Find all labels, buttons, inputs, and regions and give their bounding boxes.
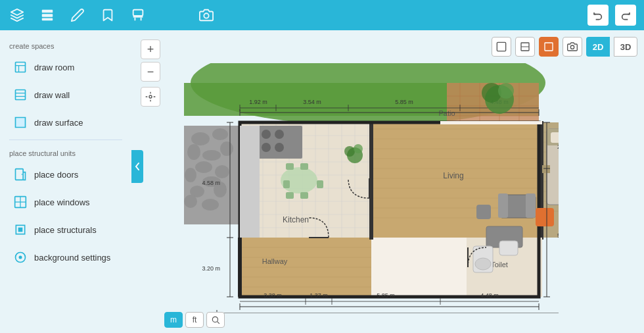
svg-rect-141	[542, 165, 550, 173]
svg-rect-127	[536, 208, 554, 226]
svg-rect-115	[300, 163, 308, 170]
place-structurals-label: place structurals	[34, 225, 97, 235]
svg-point-40	[187, 144, 200, 160]
svg-point-108	[262, 130, 271, 139]
draw-room-label: draw room	[34, 63, 74, 72]
sidebar-divider	[9, 140, 122, 140]
svg-point-24	[570, 45, 574, 49]
svg-rect-118	[286, 192, 294, 199]
sidebar-item-place-doors[interactable]: place doors	[4, 161, 127, 188]
place-windows-label: place windows	[34, 197, 90, 207]
bookmark-icon[interactable]	[99, 6, 117, 24]
place-windows-icon	[13, 195, 28, 209]
svg-line-198	[218, 322, 219, 324]
svg-point-122	[354, 144, 363, 153]
place-doors-label: place doors	[34, 170, 78, 180]
svg-rect-23	[545, 43, 553, 51]
svg-rect-124	[498, 193, 508, 218]
view-controls: 2D 3D	[492, 37, 637, 57]
svg-text:5.85 m: 5.85 m	[395, 99, 413, 105]
metric-unit-button[interactable]: m	[164, 312, 183, 328]
svg-point-144	[475, 258, 491, 270]
background-settings-icon	[13, 250, 28, 265]
svg-point-42	[220, 141, 233, 156]
svg-rect-1	[42, 14, 53, 17]
place-structurals-icon	[13, 222, 28, 237]
svg-point-41	[202, 150, 221, 161]
top-toolbar	[0, 0, 644, 30]
background-settings-label: background settings	[34, 253, 110, 263]
svg-text:Patio: Patio	[438, 109, 455, 117]
svg-rect-16	[18, 228, 23, 232]
locate-button[interactable]	[141, 87, 160, 107]
svg-rect-20	[497, 42, 505, 51]
svg-text:5.88 m: 5.88 m	[557, 232, 559, 239]
svg-rect-125	[526, 193, 536, 218]
sidebar-item-draw-room[interactable]: draw room	[4, 54, 127, 80]
draw-room-icon	[13, 60, 28, 74]
camera-view-btn[interactable]	[563, 37, 582, 57]
chair-icon[interactable]	[129, 6, 147, 24]
svg-text:3.38 m: 3.38 m	[264, 292, 282, 299]
svg-text:4.58 m: 4.58 m	[202, 180, 220, 186]
svg-rect-116	[283, 180, 290, 188]
svg-point-49	[202, 199, 219, 211]
zoom-in-button[interactable]: +	[141, 39, 160, 59]
svg-rect-119	[300, 192, 308, 199]
svg-text:4.48 m: 4.48 m	[480, 292, 499, 299]
svg-rect-2	[42, 18, 53, 21]
sidebar-collapse-tab[interactable]	[131, 150, 143, 183]
draw-wall-label: draw wall	[34, 90, 70, 100]
view-2d-button[interactable]: 2D	[586, 37, 610, 57]
svg-rect-128	[476, 205, 491, 219]
svg-rect-145	[499, 241, 518, 255]
top-view-btn[interactable]	[515, 37, 535, 57]
svg-point-45	[185, 168, 196, 182]
svg-rect-3	[133, 10, 143, 16]
svg-text:1.92 m: 1.92 m	[249, 99, 267, 105]
layers-icon[interactable]	[8, 6, 26, 24]
redo-button[interactable]	[615, 5, 636, 26]
sidebar-item-place-windows[interactable]: place windows	[4, 189, 127, 215]
svg-rect-139	[551, 132, 559, 143]
search-button[interactable]	[206, 312, 225, 328]
section-structural-label: place structural units	[0, 144, 131, 160]
sidebar-item-draw-wall[interactable]: draw wall	[4, 82, 127, 108]
svg-text:3.20 m: 3.20 m	[202, 265, 220, 272]
pencil-icon[interactable]	[68, 6, 87, 24]
undo-redo-group	[587, 5, 636, 26]
svg-text:5.85 m: 5.85 m	[377, 292, 395, 299]
svg-point-38	[191, 132, 210, 145]
svg-rect-117	[317, 180, 323, 188]
undo-button[interactable]	[587, 5, 609, 26]
svg-rect-6	[16, 90, 26, 100]
canvas-area: + − 2D 3D	[131, 30, 644, 333]
svg-rect-0	[42, 10, 53, 13]
svg-point-11	[22, 174, 23, 175]
svg-rect-114	[286, 163, 294, 170]
place-doors-icon	[13, 167, 28, 182]
stack-icon[interactable]	[38, 6, 57, 24]
imperial-unit-button[interactable]: ft	[185, 312, 204, 328]
svg-point-19	[149, 95, 152, 98]
draw-wall-icon	[13, 88, 28, 102]
svg-text:2.54 m: 2.54 m	[557, 143, 559, 150]
camera-icon[interactable]	[197, 6, 216, 24]
zoom-out-button[interactable]: −	[141, 62, 160, 82]
sidebar-item-place-structurals[interactable]: place structurals	[4, 217, 127, 243]
svg-rect-5	[16, 63, 26, 72]
active-view-btn[interactable]	[539, 37, 559, 57]
svg-point-110	[262, 143, 271, 152]
view-3d-button[interactable]: 3D	[614, 37, 637, 57]
perspective-icon-btn[interactable]	[492, 37, 511, 57]
svg-point-18	[19, 256, 22, 259]
svg-text:Toilet: Toilet	[491, 261, 508, 269]
sidebar-item-background-settings[interactable]: background settings	[4, 244, 127, 270]
bottom-controls: m ft	[164, 312, 225, 328]
svg-text:Hallway: Hallway	[262, 257, 288, 265]
draw-surface-label: draw surface	[34, 118, 83, 128]
svg-text:3.54 m: 3.54 m	[303, 99, 321, 105]
svg-point-121	[344, 146, 355, 157]
svg-rect-112	[240, 126, 260, 238]
sidebar-item-draw-surface[interactable]: draw surface	[4, 109, 127, 136]
